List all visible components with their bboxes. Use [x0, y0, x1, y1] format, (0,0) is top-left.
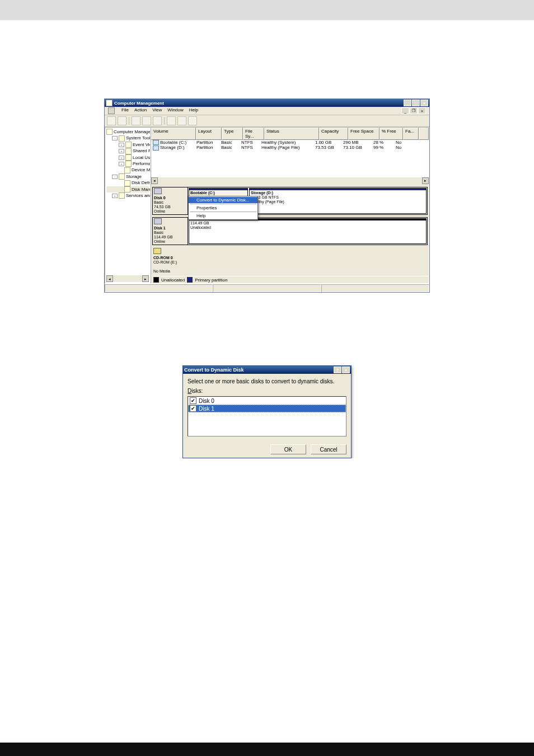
menu-action[interactable]: Action	[134, 107, 147, 114]
window-title: Computer Management	[114, 101, 164, 106]
col-layout[interactable]: Layout	[196, 128, 222, 140]
toolbar	[105, 115, 429, 127]
mdi-restore-button[interactable]: ❐	[410, 107, 418, 114]
ok-button[interactable]: OK	[270, 444, 306, 454]
col-type[interactable]: Type	[222, 128, 243, 140]
expand-icon[interactable]: +	[119, 156, 124, 160]
maximize-button[interactable]: □	[412, 100, 420, 106]
collapse-icon[interactable]: -	[112, 136, 118, 140]
toolbar-separator	[129, 117, 129, 125]
disk-icon	[154, 188, 162, 194]
col-filesystem[interactable]: File Sy...	[243, 128, 264, 140]
scroll-track[interactable]	[158, 177, 422, 184]
volume-icon	[153, 140, 159, 145]
details-pane: Volume Layout Type File Sy... Status Cap…	[151, 127, 429, 284]
checkbox-icon[interactable]: ✔	[190, 405, 196, 412]
convert-to-dynamic-disk-dialog: Convert to Dynamic Disk ? × Select one o…	[182, 365, 352, 458]
forward-button[interactable]	[118, 116, 127, 125]
partition-storage-d[interactable]: Storage (D:) 73.53 GB NTFS Healthy (Page…	[249, 188, 427, 214]
disks-listbox[interactable]: ✔ Disk 0 ✔ Disk 1	[188, 396, 346, 436]
menu-properties[interactable]: Properties	[189, 205, 257, 211]
checkbox-icon[interactable]: ✔	[190, 397, 196, 404]
col-overflow[interactable]	[419, 128, 429, 140]
disk-list-item[interactable]: ✔ Disk 1	[188, 405, 346, 412]
event-viewer-icon	[125, 142, 132, 148]
perf-icon	[125, 161, 132, 167]
tree-disk-defragmenter[interactable]: Disk Defragmenter	[106, 180, 149, 186]
scroll-right-icon[interactable]: ▸	[422, 177, 429, 184]
help-button[interactable]	[177, 116, 186, 125]
volume-list-header[interactable]: Volume Layout Type File Sy... Status Cap…	[151, 128, 429, 140]
up-button[interactable]	[132, 116, 140, 125]
console-tree[interactable]: Computer Management (Local) -System Tool…	[105, 127, 151, 284]
disk-label[interactable]: Disk 1 Basic 114.49 GB Online	[153, 218, 188, 245]
computer-icon	[106, 129, 113, 135]
menu-help[interactable]: Help	[189, 107, 198, 114]
scroll-left-icon[interactable]: ◂	[151, 177, 158, 184]
menu-convert-dynamic[interactable]: Convert to Dynamic Disk...	[189, 197, 257, 203]
cdrom-icon	[153, 248, 161, 254]
tree-services-apps[interactable]: +Services and Applications	[106, 192, 149, 199]
volume-list-scrollbar[interactable]: ◂ ▸	[151, 177, 429, 184]
tree-perf-logs[interactable]: +Performance Logs and Alerts	[106, 161, 149, 167]
volume-row[interactable]: Bootable (C:) Partition Basic NTFS Healt…	[151, 140, 429, 145]
menu-file[interactable]: File	[121, 107, 129, 114]
mdi-minimize-button[interactable]: _	[401, 107, 409, 114]
tree-shared-folders[interactable]: +Shared Folders	[106, 148, 149, 154]
scroll-right-icon[interactable]: ▸	[142, 275, 149, 282]
menu-view[interactable]: View	[152, 107, 162, 114]
legend: Unallocated Primary partition	[151, 276, 429, 283]
disk-list-item[interactable]: ✔ Disk 0	[188, 397, 346, 405]
partition-color-bar	[250, 189, 426, 190]
help-button[interactable]: ?	[334, 367, 341, 373]
disk-label[interactable]: Disk 0 Basic 74.53 GB Online	[153, 187, 188, 214]
disk-context-menu[interactable]: Convert to Dynamic Disk... Properties He…	[188, 196, 258, 220]
expand-icon[interactable]: +	[112, 194, 118, 198]
show-hide-tree-button[interactable]	[142, 116, 151, 125]
tree-storage[interactable]: -Storage	[106, 173, 149, 180]
col-pct-free[interactable]: % Free	[380, 128, 403, 140]
disk-row[interactable]: Disk 1 Basic 114.49 GB Online 114.49 GB …	[152, 217, 428, 245]
users-icon	[125, 154, 132, 161]
volume-row[interactable]: Storage (D:) Partition Basic NTFS Health…	[151, 145, 429, 150]
scroll-track[interactable]	[113, 275, 142, 282]
col-volume[interactable]: Volume	[151, 128, 196, 140]
tree-device-manager[interactable]: Device Manager	[106, 167, 149, 173]
refresh-button[interactable]	[153, 116, 162, 125]
back-button[interactable]	[107, 116, 116, 125]
menu-window[interactable]: Window	[167, 107, 183, 114]
cancel-button[interactable]: Cancel	[311, 444, 346, 454]
computer-management-window: Computer Management _ □ × File Action Vi…	[104, 98, 430, 293]
col-free-space[interactable]: Free Space	[348, 128, 380, 140]
col-capacity[interactable]: Capacity	[319, 128, 348, 140]
extra-button[interactable]	[188, 116, 197, 125]
disk-label[interactable]: CD-ROM 0 CD-ROM (E:) No Media	[152, 247, 187, 274]
col-fault[interactable]: Fa...	[403, 128, 419, 140]
menu-help[interactable]: Help	[189, 213, 257, 219]
tree-horizontal-scrollbar[interactable]: ◂ ▸	[106, 275, 149, 282]
dialog-title-bar[interactable]: Convert to Dynamic Disk ? ×	[183, 366, 351, 374]
swatch-unallocated	[153, 277, 159, 283]
mdi-close-button[interactable]: ×	[418, 107, 426, 114]
scroll-left-icon[interactable]: ◂	[106, 275, 113, 282]
close-button[interactable]: ×	[342, 367, 350, 373]
tree-event-viewer[interactable]: +Event Viewer	[106, 142, 149, 148]
tree-disk-management[interactable]: Disk Management	[106, 186, 149, 192]
disk-management-icon	[124, 186, 130, 192]
disk-row[interactable]: CD-ROM 0 CD-ROM (E:) No Media	[152, 247, 428, 274]
properties-button[interactable]	[167, 116, 176, 125]
collapse-icon[interactable]: -	[112, 175, 118, 179]
shared-folders-icon	[125, 148, 132, 154]
tree-root[interactable]: Computer Management (Local)	[106, 129, 149, 135]
partition-unallocated[interactable]: 114.49 GB Unallocated	[189, 218, 427, 244]
expand-icon[interactable]: +	[119, 149, 124, 153]
title-bar[interactable]: Computer Management _ □ ×	[105, 99, 429, 107]
expand-icon[interactable]: +	[119, 143, 124, 147]
minimize-button[interactable]: _	[404, 100, 411, 106]
close-button[interactable]: ×	[420, 100, 428, 106]
tree-local-users[interactable]: +Local Users and Groups	[106, 154, 149, 161]
expand-icon[interactable]: +	[119, 162, 124, 166]
tree-system-tools[interactable]: -System Tools	[106, 135, 149, 141]
col-status[interactable]: Status	[264, 128, 319, 140]
mdi-icon[interactable]	[108, 107, 115, 114]
